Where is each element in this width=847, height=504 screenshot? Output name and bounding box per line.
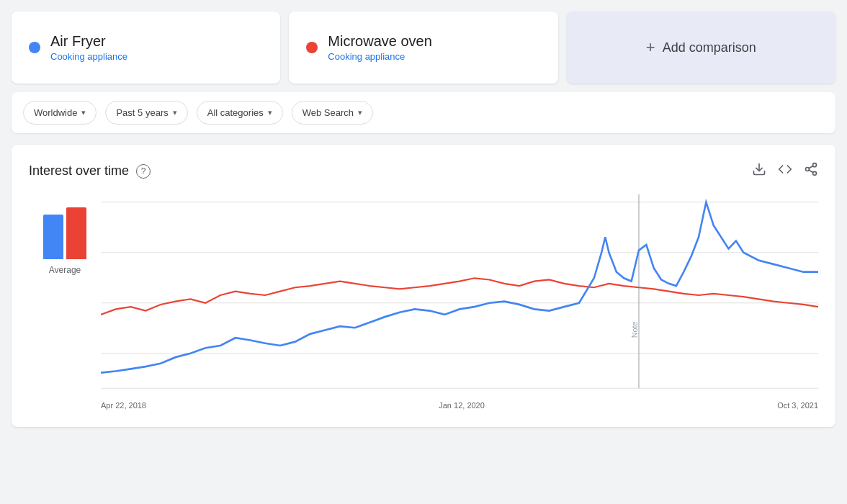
chart-title: Interest over time [29, 163, 129, 179]
avg-sidebar: Average [29, 194, 101, 410]
region-filter[interactable]: Worldwide ▾ [23, 101, 97, 125]
svg-text:Note: Note [630, 321, 639, 338]
card-header: Interest over time ? [29, 162, 818, 180]
add-comparison-label: Add comparison [663, 40, 756, 55]
download-icon[interactable] [752, 162, 766, 180]
term-card-air-fryer: Air Fryer Cooking appliance [12, 12, 280, 84]
help-icon[interactable]: ? [136, 164, 151, 179]
chart-container: Average 100 75 50 25 Note [29, 194, 818, 410]
x-label-2: Oct 3, 2021 [777, 401, 818, 410]
interest-over-time-card: Interest over time ? [12, 145, 835, 427]
avg-bars [43, 202, 86, 259]
embed-icon[interactable] [778, 162, 792, 180]
search-type-label: Web Search [302, 107, 354, 118]
card-title-row: Interest over time ? [29, 163, 151, 179]
airfryer-line [101, 202, 818, 373]
category-label: All categories [207, 107, 264, 118]
term-info-air-fryer: Air Fryer Cooking appliance [50, 33, 127, 62]
x-label-0: Apr 22, 2018 [101, 401, 146, 410]
term-dot-blue [29, 42, 40, 53]
trend-chart: 100 75 50 25 Note [101, 194, 818, 396]
card-actions [752, 162, 818, 180]
term-info-microwave: Microwave oven Cooking appliance [328, 33, 432, 62]
term-category-microwave: Cooking appliance [328, 51, 432, 62]
term-category-air-fryer: Cooking appliance [50, 51, 127, 62]
chart-area: 100 75 50 25 Note Apr 22, 2018 Jan 12, 2… [101, 194, 818, 410]
category-filter[interactable]: All categories ▾ [197, 101, 283, 125]
term-card-microwave: Microwave oven Cooking appliance [289, 12, 557, 84]
search-type-chevron: ▾ [358, 108, 362, 117]
add-comparison-button[interactable]: + Add comparison [567, 12, 835, 84]
term-name-microwave: Microwave oven [328, 33, 432, 50]
svg-line-5 [809, 166, 813, 168]
time-label: Past 5 years [116, 107, 168, 118]
plus-icon: + [646, 38, 655, 57]
svg-line-4 [809, 170, 813, 172]
region-label: Worldwide [34, 107, 77, 118]
time-filter[interactable]: Past 5 years ▾ [105, 101, 187, 125]
avg-label: Average [49, 265, 81, 275]
term-name-air-fryer: Air Fryer [50, 33, 127, 50]
x-labels: Apr 22, 2018 Jan 12, 2020 Oct 3, 2021 [101, 398, 818, 410]
category-chevron: ▾ [268, 108, 272, 117]
x-label-1: Jan 12, 2020 [439, 401, 485, 410]
filters-bar: Worldwide ▾ Past 5 years ▾ All categorie… [12, 92, 835, 133]
avg-bar-red [66, 207, 86, 259]
share-icon[interactable] [804, 162, 818, 180]
search-type-filter[interactable]: Web Search ▾ [292, 101, 373, 125]
avg-bar-blue [43, 215, 63, 259]
time-chevron: ▾ [173, 108, 177, 117]
region-chevron: ▾ [81, 108, 86, 117]
term-dot-red [306, 42, 318, 53]
